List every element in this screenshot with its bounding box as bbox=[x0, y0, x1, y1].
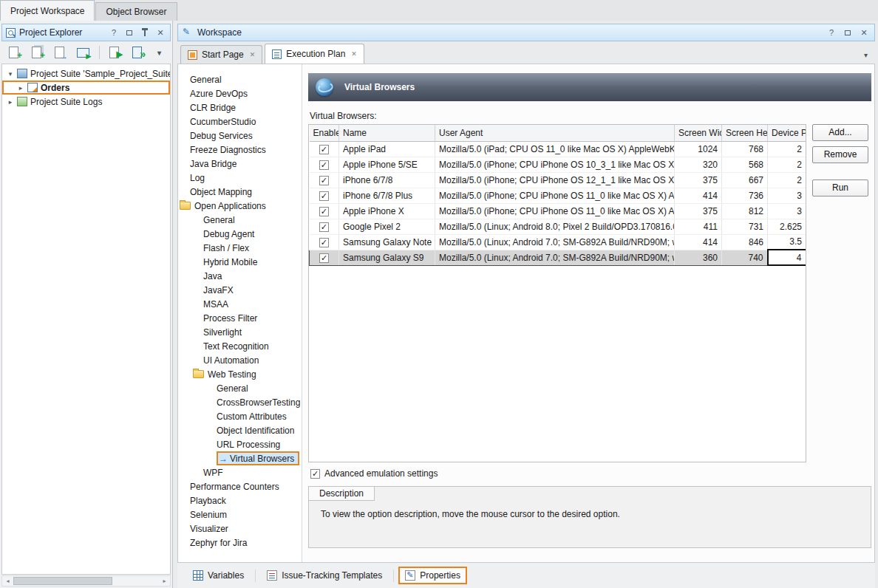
options-tree-item-zephyr-for-jira[interactable]: Zephyr for Jira bbox=[178, 536, 302, 550]
tree-node-project-suite-logs[interactable]: ▸Project Suite Logs bbox=[2, 95, 170, 109]
tree-node-project-suite-sample-project-suite-1-p[interactable]: ▾Project Suite 'Sample_Project_Suite' (1… bbox=[2, 66, 170, 81]
help-icon[interactable]: ? bbox=[826, 27, 837, 38]
help-icon[interactable]: ? bbox=[108, 27, 120, 38]
row-checkbox[interactable]: ✓ bbox=[319, 222, 329, 232]
vb-table-row[interactable]: ✓Apple iPhone 5/SEMozilla/5.0 (iPhone; C… bbox=[310, 157, 806, 172]
app-tab-project-workspace[interactable]: Project Workspace bbox=[0, 0, 95, 21]
column-header-screen-heig[interactable]: Screen Heig bbox=[722, 125, 768, 141]
options-tree-item-log[interactable]: Log bbox=[178, 171, 302, 185]
run-test-icon[interactable] bbox=[108, 45, 123, 60]
options-tree-item-url-processing[interactable]: URL Processing bbox=[178, 437, 302, 451]
options-tree-item-hybrid-mobile[interactable]: Hybrid Mobile bbox=[178, 255, 302, 269]
caret-collapsed-icon[interactable]: ▸ bbox=[7, 98, 14, 106]
options-tree-item-clr-bridge[interactable]: CLR Bridge bbox=[178, 100, 302, 114]
options-tree-item-ui-automation[interactable]: UI Automation bbox=[178, 353, 302, 367]
vb-table-row[interactable]: ✓Samsung Galaxy Note 9Mozilla/5.0 (Linux… bbox=[310, 234, 806, 250]
vb-table-row[interactable]: ✓iPhone 6/7/8Mozilla/5.0 (iPhone; CPU iP… bbox=[310, 172, 806, 188]
scroll-right-icon[interactable]: ▸ bbox=[159, 576, 170, 586]
doc-tab-start-page[interactable]: Start Page✕ bbox=[180, 45, 262, 64]
options-tree-item-javafx[interactable]: JavaFX bbox=[178, 283, 302, 297]
options-tree-item-object-mapping[interactable]: Object Mapping bbox=[178, 185, 302, 199]
record-test-icon[interactable] bbox=[76, 45, 91, 60]
vb-table-row[interactable]: ✓Samsung Galaxy S9Mozilla/5.0 (Linux; An… bbox=[310, 250, 806, 265]
bottom-tab-variables[interactable]: Variables bbox=[186, 567, 251, 584]
options-tree-item-label: Web Testing bbox=[208, 369, 256, 380]
device-pixel-ratio-cell: 2 bbox=[768, 141, 806, 157]
pin-icon[interactable] bbox=[139, 27, 151, 38]
column-header-name[interactable]: Name bbox=[339, 125, 435, 141]
options-tree-item-debug-services[interactable]: Debug Services bbox=[178, 129, 302, 143]
vb-table-row[interactable]: ✓Apple iPhone XMozilla/5.0 (iPhone; CPU … bbox=[310, 203, 806, 219]
options-tree-item-general[interactable]: General bbox=[178, 381, 302, 395]
virtual-browsers-label: Virtual Browsers: bbox=[310, 111, 871, 121]
tab-close-icon[interactable]: ✕ bbox=[351, 50, 357, 58]
toolbar-dropdown-icon[interactable] bbox=[154, 45, 163, 60]
float-window-icon[interactable] bbox=[842, 27, 854, 38]
column-header-device-pi[interactable]: Device Pi bbox=[768, 125, 806, 141]
doc-tab-execution-plan[interactable]: Execution Plan✕ bbox=[265, 44, 364, 64]
doc-tab-strip: Start Page✕Execution Plan✕ ▾ bbox=[177, 41, 875, 64]
options-tree-item-general[interactable]: General bbox=[178, 72, 302, 86]
options-tree-item-cucumberstudio[interactable]: CucumberStudio bbox=[178, 114, 302, 129]
bottom-tab-properties[interactable]: Properties bbox=[398, 567, 467, 584]
add-new-project-icon[interactable] bbox=[30, 45, 45, 60]
row-checkbox[interactable]: ✓ bbox=[319, 145, 329, 154]
options-tree-item-freeze-diagnostics[interactable]: Freeze Diagnostics bbox=[178, 143, 302, 157]
options-tree-item-flash-flex[interactable]: Flash / Flex bbox=[178, 241, 302, 255]
run-button[interactable]: Run bbox=[812, 180, 868, 196]
options-tree-item-crossbrowsertesting[interactable]: CrossBrowserTesting bbox=[178, 395, 302, 409]
options-tree-item-playback[interactable]: Playback bbox=[178, 493, 302, 507]
row-checkbox[interactable]: ✓ bbox=[319, 238, 329, 247]
advanced-emulation-checkbox[interactable]: ✓ bbox=[310, 469, 320, 479]
options-tree-item-custom-attributes[interactable]: Custom Attributes bbox=[178, 409, 302, 423]
caret-expanded-icon[interactable]: ▾ bbox=[7, 70, 14, 78]
tree-node-orders[interactable]: ▸Orders bbox=[2, 81, 170, 95]
vb-table-row[interactable]: ✓iPhone 6/7/8 PlusMozilla/5.0 (iPhone; C… bbox=[310, 188, 806, 203]
float-window-icon[interactable] bbox=[123, 27, 135, 38]
options-tree-item-process-filter[interactable]: Process Filter bbox=[178, 311, 302, 325]
options-tree-item-text-recognition[interactable]: Text Recognition bbox=[178, 339, 302, 353]
options-tree-item-java[interactable]: Java bbox=[178, 269, 302, 283]
options-tree-item-azure-devops[interactable]: Azure DevOps bbox=[178, 86, 302, 100]
row-checkbox[interactable]: ✓ bbox=[319, 191, 329, 201]
column-header-user-agent[interactable]: User Agent bbox=[435, 125, 675, 141]
column-header-enable[interactable]: Enable bbox=[310, 125, 339, 141]
options-tree-item-virtual-browsers[interactable]: →Virtual Browsers bbox=[178, 451, 302, 465]
bottom-tab-issue-tracking-templates[interactable]: Issue-Tracking Templates bbox=[260, 567, 389, 584]
run-routine-icon[interactable] bbox=[131, 45, 146, 60]
scroll-left-icon[interactable]: ◂ bbox=[2, 576, 13, 586]
remove-button[interactable]: Remove bbox=[812, 146, 868, 163]
vb-table-row[interactable]: ✓Apple iPadMozilla/5.0 (iPad; CPU OS 11_… bbox=[310, 141, 806, 157]
column-header-screen-wic[interactable]: Screen Wic bbox=[675, 125, 722, 141]
row-checkbox[interactable]: ✓ bbox=[319, 160, 329, 170]
add-new-item-icon[interactable] bbox=[7, 45, 22, 60]
row-checkbox[interactable]: ✓ bbox=[319, 207, 329, 216]
vb-table-row[interactable]: ✓Google Pixel 2Mozilla/5.0 (Linux; Andro… bbox=[310, 219, 806, 234]
options-tree-item-debug-agent[interactable]: Debug Agent bbox=[178, 227, 302, 241]
options-tree-item-object-identification[interactable]: Object Identification bbox=[178, 423, 302, 437]
close-icon[interactable]: ✕ bbox=[154, 27, 166, 38]
scrollbar-track[interactable] bbox=[13, 576, 159, 586]
options-tree-item-java-bridge[interactable]: Java Bridge bbox=[178, 157, 302, 171]
open-file-icon[interactable] bbox=[53, 45, 68, 60]
options-tree-item-open-applications[interactable]: Open Applications bbox=[178, 199, 302, 213]
row-checkbox[interactable]: ✓ bbox=[319, 176, 329, 185]
options-tree-item-wpf[interactable]: WPF bbox=[178, 465, 302, 479]
options-tree-item-performance-counters[interactable]: Performance Counters bbox=[178, 479, 302, 493]
options-tree-item-general[interactable]: General bbox=[178, 213, 302, 227]
tab-close-icon[interactable]: ✕ bbox=[250, 51, 256, 58]
close-icon[interactable]: ✕ bbox=[858, 27, 870, 38]
options-tree-item-visualizer[interactable]: Visualizer bbox=[178, 522, 302, 536]
virtual-browsers-table[interactable]: EnableNameUser AgentScreen WicScreen Hei… bbox=[308, 124, 806, 462]
options-tree-item-selenium[interactable]: Selenium bbox=[178, 507, 302, 522]
caret-collapsed-icon[interactable]: ▸ bbox=[17, 84, 24, 92]
horizontal-scrollbar[interactable]: ◂ ▸ bbox=[1, 575, 171, 587]
options-tree-item-msaa[interactable]: MSAA bbox=[178, 297, 302, 311]
row-checkbox[interactable]: ✓ bbox=[319, 253, 329, 263]
options-tree-item-web-testing[interactable]: Web Testing bbox=[178, 367, 302, 381]
tab-list-dropdown-icon[interactable]: ▾ bbox=[864, 51, 872, 64]
app-tab-object-browser[interactable]: Object Browser bbox=[95, 2, 177, 21]
scrollbar-thumb[interactable] bbox=[13, 577, 112, 585]
options-tree-item-silverlight[interactable]: Silverlight bbox=[178, 325, 302, 339]
add-button[interactable]: Add... bbox=[812, 124, 868, 141]
